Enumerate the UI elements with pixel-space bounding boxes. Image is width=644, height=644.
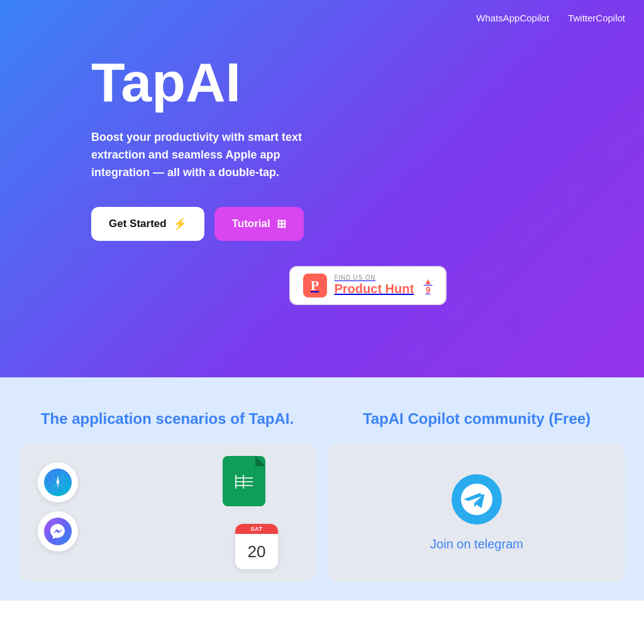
- safari-icon: [44, 469, 72, 496]
- svg-rect-11: [243, 475, 244, 489]
- hero-content: TapAI Boost your productivity with smart…: [0, 36, 644, 305]
- svg-point-6: [47, 520, 69, 543]
- sheets-corner: [255, 456, 265, 466]
- product-hunt-wrapper: P FIND US ON Product Hunt ▲ 9: [91, 266, 644, 305]
- hero-section: WhatsAppCopilot TwitterCopilot TapAI Boo…: [0, 0, 644, 377]
- messenger-logo-svg: [47, 520, 69, 543]
- product-hunt-name: Product Hunt: [335, 281, 414, 296]
- lower-grid: The application scenarios of TapAI.: [19, 409, 625, 582]
- google-sheets-icon-container: [223, 456, 265, 506]
- lightning-icon: ⚡: [173, 217, 187, 231]
- calendar-day: 20: [235, 534, 278, 569]
- page-title: TapAI: [91, 55, 644, 110]
- calendar-month: SAT: [235, 524, 278, 534]
- svg-rect-10: [235, 475, 236, 489]
- telegram-logo-svg: [461, 484, 492, 515]
- google-sheets-icon: [223, 456, 265, 506]
- app-scenarios-card: SAT 20: [19, 443, 316, 582]
- get-started-button[interactable]: Get Started ⚡: [91, 207, 204, 241]
- app-icons-left: [38, 462, 78, 552]
- join-telegram-text[interactable]: Join on telegram: [430, 537, 523, 552]
- left-section-title: The application scenarios of TapAI.: [19, 409, 316, 428]
- get-started-label: Get Started: [109, 218, 167, 230]
- community-card: Join on telegram: [328, 443, 625, 582]
- left-column: The application scenarios of TapAI.: [19, 409, 316, 582]
- find-us-label: FIND US ON: [335, 274, 414, 281]
- tutorial-label: Tutorial: [232, 218, 270, 230]
- hero-subtitle: Boost your productivity with smart text …: [91, 129, 305, 182]
- messenger-icon: [44, 518, 72, 545]
- vote-count: 9: [426, 286, 431, 294]
- nav-twitter-copilot[interactable]: TwitterCopilot: [568, 13, 625, 23]
- safari-compass-svg: [46, 470, 70, 494]
- right-column: TapAI Copilot community (Free) Join on t…: [328, 409, 625, 582]
- product-hunt-text: FIND US ON Product Hunt: [335, 274, 414, 296]
- safari-icon-container: [38, 462, 78, 502]
- hero-buttons: Get Started ⚡ Tutorial ⊞: [91, 207, 644, 241]
- tutorial-button[interactable]: Tutorial ⊞: [214, 207, 304, 241]
- messenger-icon-container: [38, 511, 78, 552]
- product-hunt-badge[interactable]: P FIND US ON Product Hunt ▲ 9: [289, 266, 447, 305]
- sheets-svg: [231, 469, 257, 494]
- svg-point-5: [57, 481, 59, 484]
- right-section-title: TapAI Copilot community (Free): [328, 409, 625, 428]
- calendar-icon-container: SAT 20: [235, 524, 278, 569]
- telegram-icon: [452, 474, 502, 525]
- product-hunt-logo: P: [303, 274, 327, 297]
- product-hunt-votes: ▲ 9: [424, 277, 433, 294]
- lower-section: The application scenarios of TapAI.: [0, 377, 644, 601]
- nav: WhatsAppCopilot TwitterCopilot: [0, 0, 644, 36]
- nav-whatsapp-copilot[interactable]: WhatsAppCopilot: [476, 13, 549, 23]
- calendar-icon: SAT 20: [235, 524, 278, 569]
- book-icon: ⊞: [277, 217, 286, 231]
- upvote-arrow-icon: ▲: [424, 277, 433, 286]
